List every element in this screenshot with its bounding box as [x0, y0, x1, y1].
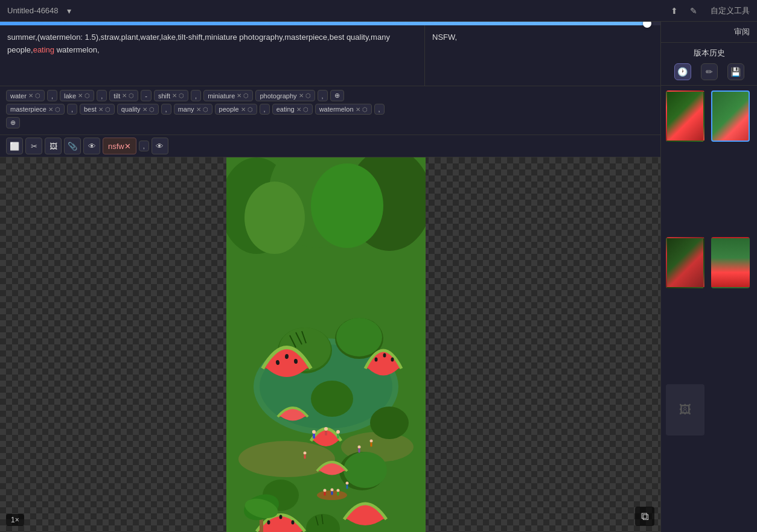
svg-point-29: [279, 515, 283, 519]
svg-point-5: [311, 163, 383, 248]
right-sidebar: 审阅 版本历史 🕐 ✏ 💾 🖼: [660, 22, 757, 532]
thumbnail-4[interactable]: [711, 237, 750, 288]
svg-point-25: [375, 358, 378, 362]
thumbnail-1-image: [667, 92, 703, 141]
thumbnail-add[interactable]: 🖼: [666, 384, 704, 435]
neg-comma-tag[interactable]: ,: [139, 141, 149, 151]
tag-comma-8[interactable]: ,: [374, 104, 385, 115]
tag-comma-3[interactable]: ,: [191, 90, 201, 101]
crop-button[interactable]: ✂: [25, 138, 42, 154]
export-button[interactable]: ⬆: [667, 4, 682, 18]
tag-add-1[interactable]: ⊕: [330, 90, 344, 101]
svg-point-37: [358, 446, 361, 449]
layers-icon: ⧉: [641, 510, 649, 523]
sidebar-header-label: 审阅: [661, 22, 757, 43]
thumbnail-4-image: [712, 238, 749, 287]
edit-tab-button[interactable]: ✏: [701, 63, 718, 80]
svg-point-16: [336, 318, 382, 356]
main-layout: summer,(watermelon: 1.5),straw,plant,wat…: [0, 22, 757, 532]
tags-row-1: water ✕⬡ , lake ✕⬡ , tilt ✕⬡ - shift ✕⬡ …: [6, 90, 654, 101]
svg-rect-42: [347, 485, 348, 489]
edit-button[interactable]: ✎: [686, 4, 701, 18]
layers-button[interactable]: ⧉: [635, 507, 654, 526]
document-title: Untitled-46648: [7, 6, 59, 15]
svg-point-41: [346, 482, 349, 485]
topbar-right: ⬆ ✎ 自定义工具: [667, 4, 750, 18]
nsfw-button[interactable]: nsfw ✕: [103, 138, 136, 154]
svg-point-46: [324, 489, 327, 492]
tag-best[interactable]: best ✕⬡: [80, 104, 115, 115]
tag-eating[interactable]: eating ✕⬡: [272, 104, 313, 115]
history-tab-button[interactable]: 🕐: [674, 63, 691, 80]
canvas-area[interactable]: 1× ⧉: [0, 157, 660, 532]
thumbnail-2[interactable]: [711, 90, 750, 142]
positive-prompt-text: summer,(watermelon: 1.5),straw,plant,wat…: [7, 31, 417, 57]
eye-button-1[interactable]: 👁: [83, 138, 100, 154]
link-button[interactable]: 📎: [64, 138, 81, 154]
tag-masterpiece[interactable]: masterpiece ✕⬡: [6, 104, 65, 115]
thumbnails-grid: 🖼: [661, 86, 757, 532]
tag-add-2[interactable]: ⊕: [6, 117, 20, 128]
aspect-ratio-button[interactable]: ⬜: [6, 138, 23, 154]
progress-bar-container[interactable]: [0, 22, 660, 25]
image-button[interactable]: 🖼: [45, 138, 62, 154]
svg-rect-49: [331, 492, 333, 495]
svg-point-28: [267, 521, 270, 525]
tag-dash[interactable]: -: [141, 90, 152, 101]
save-tab-button[interactable]: 💾: [727, 63, 744, 80]
tags-area: water ✕⬡ , lake ✕⬡ , tilt ✕⬡ - shift ✕⬡ …: [0, 86, 660, 135]
tag-comma-2[interactable]: ,: [97, 90, 107, 101]
svg-rect-51: [337, 492, 339, 496]
svg-rect-36: [337, 434, 339, 439]
svg-rect-44: [304, 455, 306, 459]
tag-lake[interactable]: lake ✕⬡: [60, 90, 94, 101]
svg-rect-32: [313, 434, 315, 439]
tags-row-3: ⊕: [6, 117, 654, 128]
tag-many[interactable]: many ✕⬡: [174, 104, 212, 115]
tag-comma-7[interactable]: ,: [260, 104, 270, 115]
tag-comma-4[interactable]: ,: [318, 90, 328, 101]
topbar-left: Untitled-46648 ▾: [7, 4, 77, 18]
tag-comma-5[interactable]: ,: [67, 104, 77, 115]
svg-point-31: [312, 430, 316, 434]
svg-point-19: [343, 452, 387, 488]
tag-watermelon[interactable]: watermelon ✕⬡: [315, 104, 372, 115]
tag-tilt[interactable]: tilt ✕⬡: [109, 90, 138, 101]
svg-point-50: [337, 489, 340, 492]
negative-prompt-box[interactable]: NSFW,: [425, 25, 660, 86]
canvas-image-inner: [226, 157, 426, 532]
canvas-svg: [226, 157, 426, 532]
tag-comma-6[interactable]: ,: [161, 104, 171, 115]
thumbnail-3-image: [667, 238, 703, 287]
svg-point-30: [292, 521, 295, 525]
thumbnail-2-image: [712, 92, 749, 141]
negative-toolbar: ⬜ ✂ 🖼 📎 👁 nsfw ✕ , 👁: [0, 135, 660, 157]
svg-point-43: [304, 452, 307, 455]
svg-point-17: [311, 381, 353, 417]
tag-miniature[interactable]: miniature ✕⬡: [203, 90, 253, 101]
tag-comma-1[interactable]: ,: [47, 90, 57, 101]
eye-button-2[interactable]: 👁: [152, 138, 168, 154]
svg-point-33: [324, 427, 328, 431]
negative-prompt-text: NSFW,: [432, 31, 653, 44]
svg-point-4: [244, 182, 305, 254]
tag-quality[interactable]: quality ✕⬡: [117, 104, 159, 115]
review-label: 审阅: [734, 27, 750, 36]
svg-rect-40: [371, 443, 372, 447]
prompt-area: summer,(watermelon: 1.5),straw,plant,wat…: [0, 25, 660, 86]
svg-point-8: [238, 441, 335, 477]
tag-shift[interactable]: shift ✕⬡: [154, 90, 188, 101]
svg-rect-47: [324, 492, 326, 496]
sidebar-tabs: 🕐 ✏ 💾: [661, 61, 757, 86]
thumbnail-1[interactable]: [666, 90, 704, 142]
tag-people[interactable]: people ✕⬡: [215, 104, 257, 115]
svg-point-39: [370, 440, 373, 443]
svg-point-26: [383, 353, 386, 358]
tag-photography[interactable]: photography ✕⬡: [255, 90, 315, 101]
positive-prompt-box[interactable]: summer,(watermelon: 1.5),straw,plant,wat…: [0, 25, 425, 86]
thumbnail-3[interactable]: [666, 237, 704, 288]
title-dropdown-button[interactable]: ▾: [62, 4, 77, 18]
svg-point-48: [331, 489, 334, 492]
tag-water[interactable]: water ✕⬡: [6, 90, 45, 101]
sidebar-version-history-title: 版本历史: [661, 43, 757, 61]
